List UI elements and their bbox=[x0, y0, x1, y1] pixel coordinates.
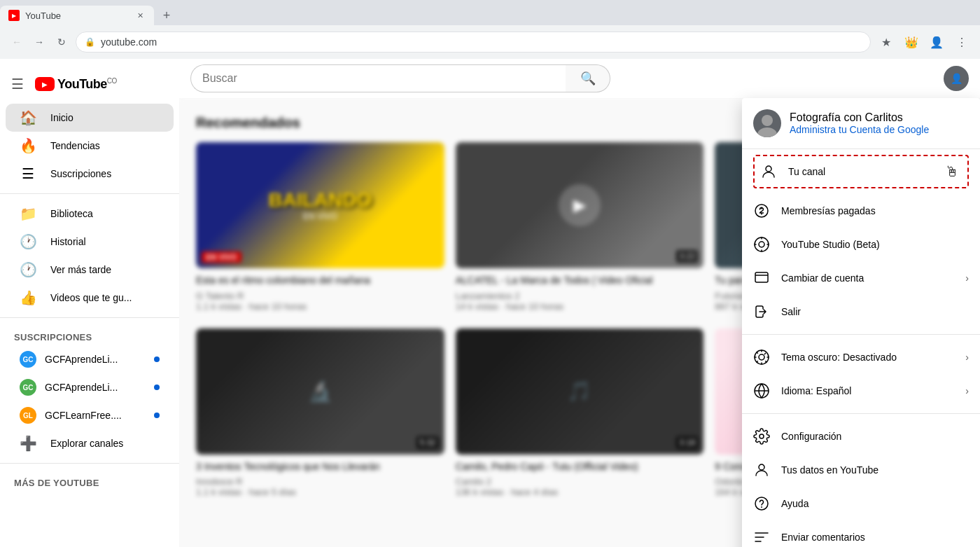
video-card-v1[interactable]: BAILANDO EN VIVO EN VIVO Esta es el ritm… bbox=[196, 142, 444, 317]
dropdown-item-youtube-studio[interactable]: YouTube Studio (Beta) bbox=[742, 228, 980, 261]
sidebar-item-explorar-canales[interactable]: ➕ Explorar canales bbox=[6, 429, 174, 457]
hamburger-button[interactable]: ☰ bbox=[11, 76, 24, 92]
video-thumb-v1: BAILANDO EN VIVO EN VIVO bbox=[196, 142, 444, 268]
subscription-item-gcfa1[interactable]: GC GCFAprendeLi... bbox=[6, 345, 174, 373]
video-title-v4: 3 Inventos Tecnológicos que Nos Llevarán bbox=[196, 460, 444, 474]
youtube-logo-text: YouTubeCO bbox=[57, 77, 117, 92]
configuracion-icon bbox=[753, 428, 770, 445]
back-button[interactable]: ← bbox=[8, 34, 25, 50]
video-card-v5[interactable]: 🎵 3:18 Camilo, Pedro Capó - Tutu (Offici… bbox=[456, 328, 704, 504]
trending-icon: 🔥 bbox=[20, 137, 36, 154]
cursor-indicator: 🖱 bbox=[945, 164, 959, 180]
sidebar-item-tendencias[interactable]: 🔥 Tendencias bbox=[6, 132, 174, 160]
video-info-v4: 3 Inventos Tecnológicos que Nos Llevarán… bbox=[196, 455, 444, 504]
sub-dot-gcfl bbox=[154, 413, 160, 418]
sidebar-label-explorar: Explorar canales bbox=[50, 438, 123, 449]
refresh-button[interactable]: ↻ bbox=[53, 34, 70, 50]
sidebar-divider-2 bbox=[0, 317, 179, 318]
youtube-app: ☰ YouTubeCO 🏠 Inicio 🔥 Tendencias ☰ Susc… bbox=[0, 59, 980, 547]
dropdown-label-idioma: Idioma: Español bbox=[781, 385, 954, 396]
dropdown-item-idioma[interactable]: Idioma: Español › bbox=[742, 374, 980, 408]
video-thumb-v4: 🔬 5:32 bbox=[196, 328, 444, 455]
sidebar-item-biblioteca[interactable]: 📁 Biblioteca bbox=[6, 200, 174, 228]
video-meta-v1: G Talento R1.1 k vistas · hace 10 horas bbox=[196, 291, 444, 312]
sidebar-item-inicio[interactable]: 🏠 Inicio bbox=[6, 104, 174, 132]
user-name: Fotografía con Carlitos bbox=[790, 111, 969, 124]
topbar: 🔍 👤 bbox=[179, 59, 980, 98]
dropdown-label-ayuda: Ayuda bbox=[781, 498, 969, 509]
dropdown-item-membresias[interactable]: Membresías pagadas bbox=[742, 194, 980, 228]
video-thumb-v2: ▶ 3:22 bbox=[456, 142, 704, 268]
video-card-v2[interactable]: ▶ 3:22 ALCATEL - La Marca de Todos | Vid… bbox=[456, 142, 704, 317]
tus-datos-icon bbox=[753, 462, 770, 478]
dropdown-label-membresias: Membresías pagadas bbox=[781, 205, 969, 216]
active-tab[interactable]: YouTube ✕ bbox=[0, 6, 154, 25]
watch-later-icon: 🕐 bbox=[20, 261, 36, 278]
tema-oscuro-icon bbox=[753, 349, 770, 366]
manage-account-link[interactable]: Administra tu Cuenta de Google bbox=[790, 124, 969, 135]
tab-title: YouTube bbox=[25, 11, 129, 21]
bookmark-button[interactable]: ★ bbox=[876, 32, 896, 52]
suscripciones-section-title: SUSCRIPCIONES bbox=[0, 324, 179, 345]
sidebar-item-videos-que-te-gustan[interactable]: 👍 Videos que te gu... bbox=[6, 284, 174, 312]
address-bar[interactable]: 🔒 youtube.com bbox=[76, 32, 871, 53]
subscriptions-icon: ☰ bbox=[20, 165, 36, 182]
tu-canal-icon bbox=[760, 163, 777, 180]
browser-actions: ★ 👑 👤 ⋮ bbox=[876, 32, 972, 52]
search-button[interactable]: 🔍 bbox=[566, 64, 610, 92]
dropdown-label-tema-oscuro: Tema oscuro: Desactivado bbox=[781, 352, 954, 363]
user-avatar-dropdown bbox=[753, 109, 781, 137]
video-card-v4[interactable]: 🔬 5:32 3 Inventos Tecnológicos que Nos L… bbox=[196, 328, 444, 504]
sidebar-label-tendencias: Tendencias bbox=[50, 140, 100, 151]
url-text: youtube.com bbox=[101, 36, 862, 48]
dropdown-label-salir: Salir bbox=[781, 306, 969, 317]
dropdown-divider-2 bbox=[742, 413, 980, 414]
sidebar-item-ver-mas-tarde[interactable]: 🕐 Ver más tarde bbox=[6, 256, 174, 284]
video-info-v2: ALCATEL - La Marca de Todos | Video Ofic… bbox=[456, 268, 704, 317]
dropdown-item-tema-oscuro[interactable]: Tema oscuro: Desactivado › bbox=[742, 340, 980, 374]
search-input[interactable] bbox=[190, 64, 566, 92]
browser-frame: YouTube ✕ + ← → ↻ 🔒 youtube.com ★ 👑 👤 ⋮ bbox=[0, 0, 980, 59]
dropdown-item-tu-canal[interactable]: Tu canal 🖱 bbox=[753, 155, 969, 188]
sidebar-header: ☰ YouTubeCO bbox=[0, 64, 179, 104]
sidebar-label-inicio: Inicio bbox=[50, 112, 74, 123]
youtube-logo[interactable]: YouTubeCO bbox=[35, 77, 117, 92]
dropdown-item-configuracion[interactable]: Configuración bbox=[742, 420, 980, 453]
dropdown-label-configuracion: Configuración bbox=[781, 431, 969, 442]
sidebar-label-videos-que: Videos que te gu... bbox=[50, 292, 132, 303]
tab-favicon bbox=[8, 10, 20, 21]
subscription-item-gcfl[interactable]: GL GCFLearnFree.... bbox=[6, 401, 174, 429]
video-meta-v2: Lanzamientos 214 k vistas · hace 10 hora… bbox=[456, 291, 704, 312]
new-tab-button[interactable]: + bbox=[157, 6, 176, 25]
extension-button[interactable]: 👑 bbox=[902, 32, 921, 52]
svg-point-6 bbox=[755, 497, 768, 510]
dropdown-item-salir[interactable]: Salir bbox=[742, 295, 980, 328]
dropdown-label-enviar-comentarios: Enviar comentarios bbox=[781, 532, 969, 543]
video-thumb-v5: 🎵 3:18 bbox=[456, 328, 704, 455]
sidebar-item-suscripciones[interactable]: ☰ Suscripciones bbox=[6, 160, 174, 188]
video-title-v1: Esta es el ritmo colombiano del mañana bbox=[196, 274, 444, 288]
tab-close-button[interactable]: ✕ bbox=[134, 10, 146, 21]
lock-icon: 🔒 bbox=[85, 37, 95, 47]
subscription-item-gcfa2[interactable]: GC GCFAprendeLi... bbox=[6, 373, 174, 401]
profile-button[interactable]: 👤 bbox=[927, 32, 946, 52]
sidebar-item-historial[interactable]: 🕐 Historial bbox=[6, 228, 174, 256]
svg-point-2 bbox=[766, 166, 771, 172]
dropdown-item-ayuda[interactable]: Ayuda bbox=[742, 487, 980, 520]
video-meta-v5: Camilo 2136 k vistas · hace 4 días bbox=[456, 476, 704, 497]
tab-bar: YouTube ✕ + bbox=[0, 0, 980, 25]
user-avatar-topbar[interactable]: 👤 bbox=[944, 66, 969, 91]
mas-de-youtube-title: MÁS DE YOUTUBE bbox=[0, 469, 179, 491]
menu-button[interactable]: ⋮ bbox=[952, 32, 972, 52]
dropdown-item-tus-datos[interactable]: Tus datos en YouTube bbox=[742, 453, 980, 487]
dropdown-item-cambiar-cuenta[interactable]: Cambiar de cuenta › bbox=[742, 261, 980, 295]
user-dropdown-menu: Fotografía con Carlitos Administra tu Cu… bbox=[742, 98, 980, 547]
duration-badge-v2: 3:22 bbox=[676, 250, 698, 263]
forward-button[interactable]: → bbox=[31, 34, 48, 50]
salir-icon bbox=[753, 303, 770, 320]
sidebar-label-biblioteca: Biblioteca bbox=[50, 208, 93, 219]
video-title-v2: ALCATEL - La Marca de Todos | Video Ofic… bbox=[456, 274, 704, 288]
ayuda-icon bbox=[753, 495, 770, 512]
dropdown-item-enviar-comentarios[interactable]: Enviar comentarios bbox=[742, 520, 980, 547]
svg-rect-4 bbox=[755, 272, 768, 282]
